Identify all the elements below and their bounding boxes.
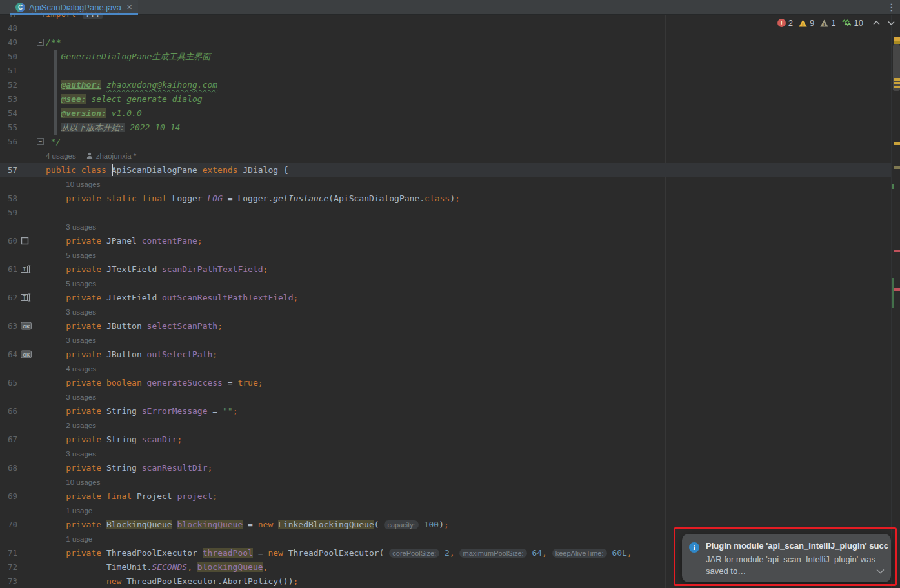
stripe-marker[interactable] xyxy=(892,184,894,189)
code-text[interactable]: public class ApiScanDialogPane extends J… xyxy=(46,163,288,177)
code-text[interactable]: private ThreadPoolExecutor threadPool = … xyxy=(46,546,632,560)
warning-count[interactable]: ! 9 xyxy=(799,18,814,28)
code-text[interactable]: @version: v1.0.0 xyxy=(46,106,142,121)
usages-label[interactable]: 3 usages xyxy=(66,447,96,461)
code-text[interactable]: @author: zhaoxudong@kaihong.com xyxy=(46,78,217,92)
usage-annotation-row[interactable]: 5 usages xyxy=(0,248,891,262)
usages-label[interactable]: 1 usage xyxy=(66,532,92,546)
code-text[interactable]: private BlockingQueue blockingQueue = ne… xyxy=(46,518,449,532)
file-tab[interactable]: C ApiScanDialogPane.java ✕ xyxy=(10,0,138,15)
usages-label[interactable]: 4 usages xyxy=(66,362,96,376)
code-line[interactable]: 58 private static final Logger LOG = Log… xyxy=(0,191,891,206)
button-gutter-icon[interactable]: OK xyxy=(21,350,32,359)
usages-hint[interactable]: 3 usages xyxy=(66,390,96,404)
code-text[interactable]: private String sErrorMessage = ""; xyxy=(46,404,237,418)
usage-annotation-row[interactable]: 1 usage xyxy=(0,504,891,518)
notification-balloon[interactable]: i Plugin module 'api_scan_IntelliJ_plugi… xyxy=(682,534,891,582)
code-line[interactable]: 65 private boolean generateSuccess = tru… xyxy=(0,376,891,390)
usage-annotation-row[interactable]: 3 usages xyxy=(0,390,891,404)
usages-hint[interactable]: 1 usage xyxy=(66,532,92,546)
usage-annotation-row[interactable]: 3 usages xyxy=(0,305,891,319)
usage-annotation-row[interactable]: 2 usages xyxy=(0,418,891,433)
usages-hint[interactable]: 5 usages xyxy=(66,248,96,262)
usages-label[interactable]: 1 usage xyxy=(66,504,92,518)
stripe-marker[interactable] xyxy=(894,41,900,44)
code-line[interactable]: 52 @author: zhaoxudong@kaihong.com xyxy=(0,78,891,92)
code-text[interactable]: private final Project project; xyxy=(46,489,217,504)
usage-annotation-row[interactable]: 4 usageszhaojunxia * xyxy=(0,149,891,163)
usages-label[interactable]: 3 usages xyxy=(66,390,96,404)
code-text[interactable]: TimeUnit.SECONDS, blockingQueue, xyxy=(46,560,268,574)
code-line[interactable]: 49−/** xyxy=(0,35,891,50)
code-line[interactable]: 62T private JTextField outScanResultPath… xyxy=(0,291,891,305)
usage-annotation-row[interactable]: 3 usages xyxy=(0,220,891,234)
usages-label[interactable]: 10 usages xyxy=(66,177,100,191)
code-line[interactable]: 70 private BlockingQueue blockingQueue =… xyxy=(0,518,891,532)
stripe-marker[interactable] xyxy=(894,82,900,84)
usage-annotation-row[interactable]: 10 usages xyxy=(0,177,891,191)
code-text[interactable]: private JButton outSelectPath; xyxy=(46,348,217,362)
usage-annotation-row[interactable]: 5 usages xyxy=(0,277,891,291)
usages-label[interactable]: 5 usages xyxy=(66,248,96,262)
next-problem-icon[interactable] xyxy=(888,21,895,25)
code-line[interactable]: 57public class ApiScanDialogPane extends… xyxy=(0,163,891,177)
usages-label[interactable]: 4 usages xyxy=(46,149,76,163)
more-options-icon[interactable]: ⋮ xyxy=(887,2,896,12)
usage-annotation-row[interactable]: 10 usages xyxy=(0,475,891,489)
code-text[interactable]: private JTextField outScanResultPathText… xyxy=(46,291,298,305)
usages-label[interactable]: 10 usages xyxy=(66,475,100,489)
code-line[interactable]: 64OK private JButton outSelectPath; xyxy=(0,348,891,362)
stripe-marker[interactable] xyxy=(894,166,900,169)
code-text[interactable]: GenerateDialogPane生成工具主界面 xyxy=(46,50,210,64)
usages-hint[interactable]: 3 usages xyxy=(66,220,96,234)
usages-hint[interactable]: 10 usages xyxy=(66,177,100,191)
stripe-marker[interactable] xyxy=(894,78,900,81)
fold-marker[interactable]: − xyxy=(37,39,44,46)
usages-label[interactable]: 3 usages xyxy=(66,305,96,319)
usages-hint[interactable]: 3 usages xyxy=(66,333,96,348)
code-text[interactable]: 从以下版本开始: 2022-10-14 xyxy=(46,121,180,135)
code-text[interactable]: @see: select generate dialog xyxy=(46,92,203,106)
usages-label[interactable]: 2 usages xyxy=(66,418,96,433)
stripe-marker[interactable] xyxy=(894,288,900,291)
usages-label[interactable]: 3 usages xyxy=(66,333,96,348)
code-line[interactable]: 61T private JTextField scanDirPathTextFi… xyxy=(0,262,891,277)
error-stripe[interactable] xyxy=(891,15,900,588)
code-line[interactable]: 51 xyxy=(0,64,891,78)
stripe-marker[interactable] xyxy=(894,250,900,252)
typo-count[interactable]: 10 xyxy=(842,18,863,28)
code-line[interactable]: 53 @see: select generate dialog xyxy=(0,92,891,106)
usages-hint[interactable]: 2 usages xyxy=(66,418,96,433)
usage-annotation-row[interactable]: 4 usages xyxy=(0,362,891,376)
code-line[interactable]: 69 private final Project project; xyxy=(0,489,891,504)
usages-hint[interactable]: 4 usageszhaojunxia * xyxy=(46,149,136,163)
textfield-gutter-icon[interactable]: T xyxy=(21,293,32,302)
code-line[interactable]: 54 @version: v1.0.0 xyxy=(0,106,891,121)
fold-marker[interactable]: − xyxy=(37,138,44,145)
code-text[interactable]: private JPanel contentPane; xyxy=(46,234,203,248)
expand-chevron-icon[interactable] xyxy=(876,565,885,576)
stripe-marker[interactable] xyxy=(892,278,894,308)
usages-label[interactable]: 3 usages xyxy=(66,220,96,234)
code-text[interactable]: */ xyxy=(46,135,61,149)
usages-hint[interactable]: 10 usages xyxy=(66,475,100,489)
code-line[interactable]: 63OK private JButton selectScanPath; xyxy=(0,319,891,333)
stripe-marker[interactable] xyxy=(894,37,900,41)
code-text[interactable]: /** xyxy=(46,35,61,50)
usage-annotation-row[interactable]: 3 usages xyxy=(0,447,891,461)
usages-hint[interactable]: 3 usages xyxy=(66,447,96,461)
usages-hint[interactable]: 5 usages xyxy=(66,277,96,291)
error-count[interactable]: ! 2 xyxy=(777,18,793,28)
usages-hint[interactable]: 4 usages xyxy=(66,362,96,376)
stripe-marker[interactable] xyxy=(894,142,900,145)
usages-hint[interactable]: 3 usages xyxy=(66,305,96,319)
stripe-marker[interactable] xyxy=(894,86,900,88)
code-line[interactable]: 59 xyxy=(0,206,891,220)
code-line[interactable]: 55 从以下版本开始: 2022-10-14 xyxy=(0,121,891,135)
tab-close-icon[interactable]: ✕ xyxy=(126,4,132,11)
code-line[interactable]: 68 private String scanResultDir; xyxy=(0,461,891,475)
usage-annotation-row[interactable]: 3 usages xyxy=(0,333,891,348)
code-line[interactable]: 60 private JPanel contentPane; xyxy=(0,234,891,248)
code-text[interactable]: private JTextField scanDirPathTextField; xyxy=(46,262,268,277)
weak-warning-count[interactable]: ! 1 xyxy=(820,18,835,28)
